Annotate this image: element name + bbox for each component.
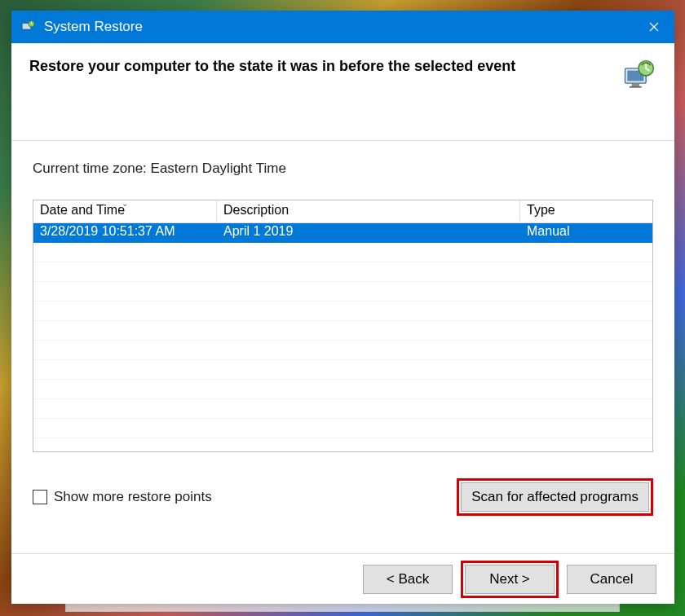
highlight-box: Next > [461, 561, 559, 598]
column-date[interactable]: Date and Time ⌄ [33, 200, 217, 222]
column-type[interactable]: Type [520, 200, 652, 222]
table-row-empty [33, 419, 652, 438]
system-restore-icon [20, 19, 36, 35]
close-button[interactable] [634, 11, 674, 43]
table-row-empty [33, 380, 652, 399]
cell-type: Manual [520, 223, 652, 243]
table-row-empty [33, 321, 652, 341]
wizard-header: Restore your computer to the state it wa… [11, 43, 674, 141]
highlight-box: Scan for affected programs [457, 478, 653, 516]
table-row-empty [33, 301, 652, 321]
table-body: 3/28/2019 10:51:37 AM April 1 2019 Manua… [33, 223, 652, 438]
next-button[interactable]: Next > [465, 565, 555, 594]
cancel-button[interactable]: Cancel [567, 565, 656, 594]
table-row-empty [33, 360, 652, 380]
cell-date: 3/28/2019 10:51:37 AM [33, 223, 217, 243]
table-row-empty [33, 282, 652, 301]
back-button[interactable]: < Back [363, 565, 453, 594]
table-row-empty [33, 341, 652, 360]
svg-rect-5 [630, 86, 642, 88]
scan-affected-button[interactable]: Scan for affected programs [461, 482, 649, 512]
column-description[interactable]: Description [217, 200, 520, 222]
timezone-label: Current time zone: Eastern Daylight Time [33, 161, 653, 177]
table-row-empty [33, 262, 652, 282]
restore-monitor-icon [621, 58, 656, 94]
table-row-empty [33, 399, 652, 419]
show-more-checkbox[interactable]: Show more restore points [33, 489, 212, 505]
sort-descending-icon: ⌄ [122, 200, 128, 208]
table-header: Date and Time ⌄ Description Type [33, 200, 652, 223]
titlebar-title: System Restore [44, 19, 634, 35]
wizard-heading: Restore your computer to the state it wa… [29, 58, 621, 75]
checkbox-icon [33, 490, 47, 504]
system-restore-window: System Restore Restore your computer to … [11, 11, 674, 604]
titlebar: System Restore [11, 11, 674, 43]
show-more-label: Show more restore points [54, 489, 212, 505]
table-row[interactable]: 3/28/2019 10:51:37 AM April 1 2019 Manua… [33, 223, 652, 243]
restore-points-table[interactable]: Date and Time ⌄ Description Type 3/28/20… [33, 200, 653, 452]
column-date-label: Date and Time [40, 203, 125, 217]
wizard-content: Current time zone: Eastern Daylight Time… [11, 141, 674, 553]
cell-description: April 1 2019 [217, 223, 520, 243]
table-row-empty [33, 243, 652, 262]
svg-rect-4 [632, 83, 639, 86]
wizard-footer: < Back Next > Cancel [11, 553, 674, 604]
